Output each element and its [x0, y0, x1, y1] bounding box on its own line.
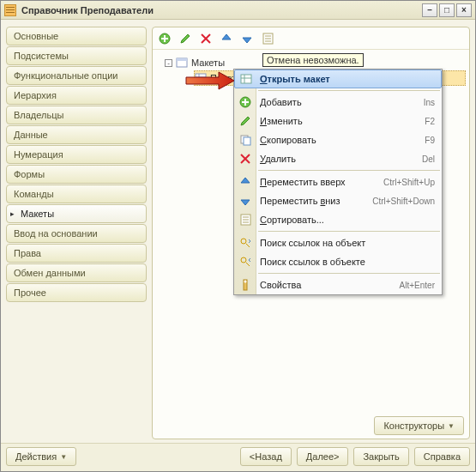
- actions-button[interactable]: Действия▼: [6, 447, 76, 466]
- window-title: Справочник Преподаватели: [21, 5, 420, 15]
- context-menu-label: Открыть макет: [260, 74, 434, 84]
- context-menu-separator: [258, 170, 440, 171]
- help-button[interactable]: Справка: [414, 447, 470, 466]
- svg-rect-5: [241, 75, 251, 83]
- folder-icon: [176, 57, 188, 68]
- constructors-row: Конструкторы▼: [153, 413, 469, 439]
- sidebar-item-0[interactable]: Основные: [6, 27, 147, 45]
- context-menu-label: Скопировать: [260, 135, 425, 145]
- sidebar: ОсновныеПодсистемыФункциональные опцииИе…: [6, 27, 147, 439]
- tooltip: Отмена невозможна.: [262, 53, 364, 67]
- sidebar-item-6[interactable]: Нумерация: [6, 145, 147, 164]
- context-menu-item-copy[interactable]: СкопироватьF9: [234, 130, 442, 149]
- svg-rect-8: [244, 137, 250, 145]
- app-window: Справочник Преподаватели – □ × ОсновныеП…: [0, 0, 476, 472]
- properties-icon: [238, 278, 252, 292]
- find-refs-to-icon: [238, 236, 252, 250]
- context-menu-item-delete[interactable]: УдалитьDel: [234, 149, 442, 168]
- move-up-icon: [238, 175, 252, 189]
- context-menu-item-open-layout[interactable]: Открыть макет: [234, 70, 442, 88]
- context-menu-shortcut: Ctrl+Shift+Down: [372, 197, 442, 206]
- context-menu-label: Свойства: [260, 280, 400, 290]
- context-menu-shortcut: F9: [425, 136, 442, 145]
- sort-icon: [238, 213, 252, 227]
- edit-icon: [238, 114, 252, 128]
- list-icon[interactable]: [261, 32, 274, 45]
- svg-rect-3: [177, 58, 187, 61]
- context-menu-item-edit[interactable]: ИзменитьF2: [234, 112, 442, 130]
- context-menu: Открыть макетДобавитьInsИзменитьF2Скопир…: [233, 69, 443, 295]
- svg-point-13: [244, 281, 247, 283]
- sidebar-item-4[interactable]: Владельцы: [6, 106, 147, 124]
- tree-item-label: Печат: [210, 73, 236, 83]
- maximize-button[interactable]: □: [439, 3, 455, 17]
- tree-root-label: Макеты: [191, 57, 225, 68]
- sidebar-item-12[interactable]: Обмен данными: [6, 263, 147, 282]
- svg-point-10: [241, 239, 246, 244]
- context-menu-shortcut: Ins: [424, 98, 442, 107]
- context-menu-item-sort[interactable]: Сортировать...: [234, 210, 442, 229]
- context-menu-separator: [258, 90, 440, 91]
- sidebar-item-7[interactable]: Формы: [6, 165, 147, 184]
- add-icon[interactable]: [158, 32, 172, 45]
- titlebar: Справочник Преподаватели – □ ×: [1, 1, 475, 20]
- chevron-down-icon: ▼: [448, 422, 455, 430]
- move-down-icon[interactable]: [240, 32, 254, 45]
- context-menu-label: Удалить: [260, 154, 422, 164]
- main-panel: - Макеты Печат Отмена невозможна. Открыт…: [152, 27, 470, 439]
- context-menu-label: Поиск ссылок на объект: [260, 238, 435, 248]
- add-icon: [238, 95, 252, 109]
- next-button[interactable]: Далее>: [297, 447, 349, 466]
- toolbar: [153, 27, 469, 50]
- close-window-button[interactable]: ×: [456, 3, 472, 17]
- tree-view[interactable]: - Макеты Печат Отмена невозможна. Открыт…: [153, 50, 469, 413]
- context-menu-item-find-refs-to[interactable]: Поиск ссылок на объект: [234, 233, 442, 252]
- copy-icon: [238, 133, 252, 147]
- minimize-button[interactable]: –: [422, 3, 437, 17]
- context-menu-label: Добавить: [260, 97, 424, 107]
- chevron-down-icon: ▼: [60, 453, 67, 461]
- context-menu-item-properties[interactable]: СвойстваAlt+Enter: [234, 275, 442, 294]
- back-button[interactable]: <Назад: [240, 447, 292, 466]
- context-menu-shortcut: F2: [425, 117, 442, 126]
- sidebar-item-3[interactable]: Иерархия: [6, 86, 147, 105]
- sidebar-item-11[interactable]: Права: [6, 244, 147, 263]
- sidebar-item-13[interactable]: Прочее: [6, 283, 147, 302]
- svg-rect-4: [196, 74, 206, 82]
- sidebar-item-1[interactable]: Подсистемы: [6, 46, 147, 65]
- footer-buttons: Действия▼ <Назад Далее> Закрыть Справка: [1, 443, 475, 471]
- open-layout-icon: [239, 72, 253, 86]
- context-menu-label: Поиск ссылок в объекте: [260, 257, 435, 267]
- delete-icon: [238, 152, 252, 166]
- sidebar-item-8[interactable]: Команды: [6, 185, 147, 203]
- context-menu-shortcut: Ctrl+Shift+Up: [383, 178, 442, 187]
- app-icon: [4, 4, 16, 16]
- sidebar-item-9[interactable]: Макеты: [6, 204, 147, 223]
- context-menu-label: Сортировать...: [260, 215, 435, 225]
- context-menu-shortcut: Del: [422, 154, 442, 164]
- collapse-icon[interactable]: -: [165, 59, 172, 67]
- context-menu-item-move-up[interactable]: Переместить вверхCtrl+Shift+Up: [234, 172, 442, 191]
- delete-icon[interactable]: [199, 32, 213, 45]
- sidebar-item-2[interactable]: Функциональные опции: [6, 66, 147, 85]
- sidebar-item-10[interactable]: Ввод на основании: [6, 224, 147, 243]
- context-menu-separator: [258, 273, 440, 274]
- layout-icon: [195, 73, 207, 83]
- find-refs-in-icon: [238, 255, 252, 269]
- sidebar-item-5[interactable]: Данные: [6, 125, 147, 144]
- context-menu-label: Переместить вниз: [260, 196, 372, 206]
- constructors-button[interactable]: Конструкторы▼: [374, 416, 464, 435]
- context-menu-shortcut: Alt+Enter: [400, 281, 442, 290]
- move-down-icon: [238, 194, 252, 208]
- context-menu-label: Переместить вверх: [260, 177, 383, 187]
- context-menu-item-find-refs-in[interactable]: Поиск ссылок в объекте: [234, 252, 442, 271]
- move-up-icon[interactable]: [220, 32, 233, 45]
- context-menu-item-move-down[interactable]: Переместить внизCtrl+Shift+Down: [234, 191, 442, 210]
- close-button[interactable]: Закрыть: [353, 447, 408, 466]
- svg-point-11: [241, 257, 246, 263]
- edit-icon[interactable]: [178, 32, 192, 45]
- context-menu-separator: [258, 231, 440, 232]
- context-menu-label: Изменить: [260, 116, 425, 126]
- context-menu-item-add[interactable]: ДобавитьIns: [234, 93, 442, 112]
